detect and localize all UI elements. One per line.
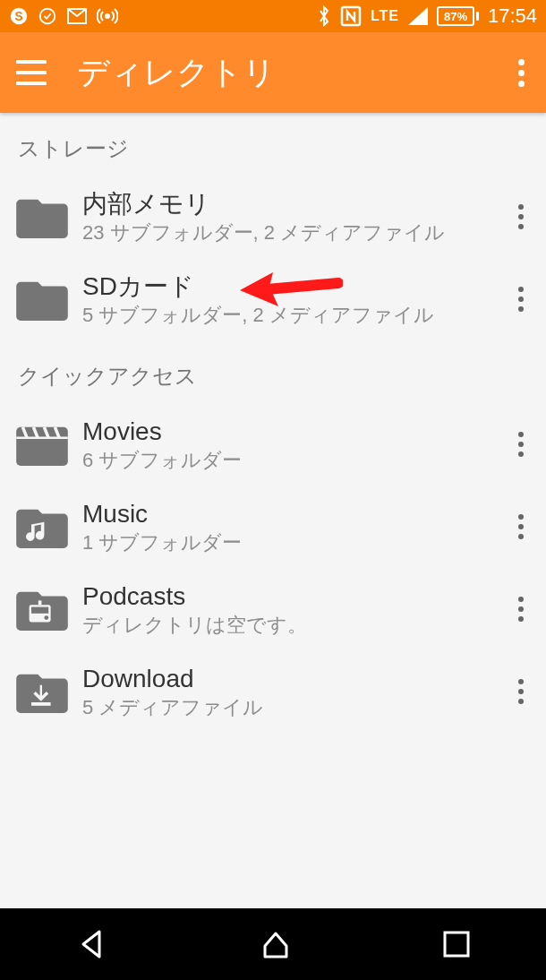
- download-folder-icon: [14, 669, 70, 714]
- nav-recent-button[interactable]: [441, 929, 472, 959]
- item-title: Movies: [82, 416, 503, 448]
- nav-home-button[interactable]: [258, 926, 294, 962]
- podcasts-folder-icon: [14, 587, 70, 632]
- item-more-button[interactable]: [503, 597, 539, 622]
- status-left: S: [9, 6, 118, 26]
- broadcast-icon: [97, 6, 118, 26]
- check-circle-icon: [38, 6, 57, 26]
- item-subtitle: 23 サブフォルダー, 2 メディアファイル: [82, 220, 503, 246]
- item-subtitle: 5 メディアファイル: [82, 695, 503, 721]
- item-more-button[interactable]: [503, 432, 539, 457]
- item-more-button[interactable]: [503, 679, 539, 704]
- item-subtitle: 6 サブフォルダー: [82, 448, 503, 474]
- quick-item-music[interactable]: Music 1 サブフォルダー: [0, 486, 546, 568]
- section-header-storage: ストレージ: [0, 113, 546, 176]
- storage-item-internal[interactable]: 内部メモリ 23 サブフォルダー, 2 メディアファイル: [0, 176, 546, 258]
- mail-icon: [66, 7, 88, 25]
- svg-rect-6: [31, 607, 48, 614]
- svg-point-3: [106, 14, 109, 18]
- item-title: Music: [82, 498, 503, 530]
- storage-item-sdcard[interactable]: SDカード 5 サブフォルダー, 2 メディアファイル: [0, 258, 546, 340]
- item-title: Podcasts: [82, 580, 503, 613]
- item-more-button[interactable]: [503, 514, 539, 539]
- app-bar: ディレクトリ: [0, 32, 546, 113]
- quick-item-download[interactable]: Download 5 メディアファイル: [0, 650, 546, 733]
- quick-item-podcasts[interactable]: Podcasts ディレクトリは空です。: [0, 568, 546, 650]
- battery-percent: 87%: [444, 10, 467, 23]
- clock: 17:54: [488, 4, 537, 28]
- item-title: SDカード: [82, 271, 503, 303]
- section-header-quick: クイックアクセス: [0, 340, 546, 403]
- bluetooth-icon: [317, 5, 331, 27]
- quick-item-movies[interactable]: Movies 6 サブフォルダー: [0, 403, 546, 486]
- signal-icon: [408, 7, 428, 25]
- hamburger-menu-button[interactable]: [16, 60, 52, 85]
- music-folder-icon: [14, 504, 70, 549]
- system-nav-bar: [0, 908, 546, 980]
- nav-back-button[interactable]: [74, 926, 110, 962]
- nfc-icon: [340, 5, 362, 27]
- item-title: Download: [82, 663, 503, 695]
- movies-folder-icon: [14, 422, 70, 467]
- app-title: ディレクトリ: [77, 51, 513, 95]
- item-more-button[interactable]: [503, 287, 539, 312]
- svg-text:S: S: [14, 10, 22, 23]
- svg-point-7: [44, 615, 48, 620]
- status-right: LTE 87% 17:54: [317, 4, 537, 28]
- item-title: 内部メモリ: [82, 188, 503, 220]
- status-bar: S LTE 87% 17:54: [0, 0, 546, 32]
- item-more-button[interactable]: [503, 204, 539, 229]
- item-subtitle: 1 サブフォルダー: [82, 530, 503, 556]
- item-subtitle: ディレクトリは空です。: [82, 613, 503, 639]
- skype-icon: S: [9, 6, 29, 26]
- overflow-menu-button[interactable]: [513, 54, 530, 92]
- lte-label: LTE: [371, 8, 399, 24]
- folder-icon: [14, 277, 70, 322]
- battery-indicator: 87%: [437, 6, 479, 26]
- folder-icon: [14, 194, 70, 239]
- svg-rect-10: [445, 933, 468, 956]
- item-subtitle: 5 サブフォルダー, 2 メディアファイル: [82, 303, 503, 329]
- svg-rect-9: [31, 702, 51, 706]
- svg-point-2: [40, 9, 55, 24]
